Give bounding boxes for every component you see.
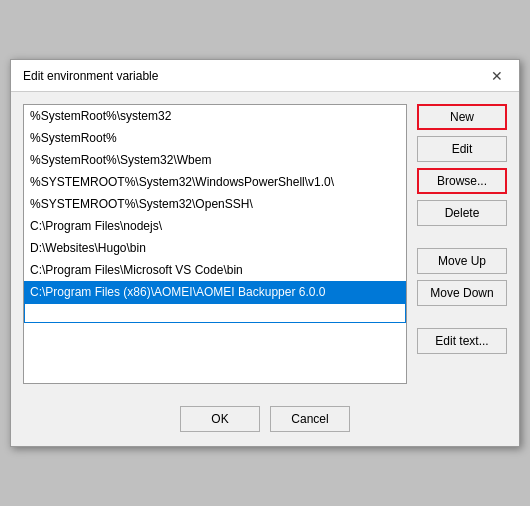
move-down-button[interactable]: Move Down (417, 280, 507, 306)
list-item[interactable]: C:\Program Files\nodejs\ (24, 215, 406, 237)
dialog-body: %SystemRoot%\system32%SystemRoot%%System… (11, 92, 519, 396)
spacer2 (417, 312, 507, 322)
edit-env-var-dialog: Edit environment variable ✕ %SystemRoot%… (10, 59, 520, 447)
cancel-button[interactable]: Cancel (270, 406, 350, 432)
list-item[interactable]: %SYSTEMROOT%\System32\WindowsPowerShell\… (24, 171, 406, 193)
title-bar: Edit environment variable ✕ (11, 60, 519, 92)
list-item[interactable] (24, 303, 406, 323)
list-item[interactable]: %SystemRoot% (24, 127, 406, 149)
ok-button[interactable]: OK (180, 406, 260, 432)
edit-text-button[interactable]: Edit text... (417, 328, 507, 354)
list-item[interactable]: %SYSTEMROOT%\System32\OpenSSH\ (24, 193, 406, 215)
list-item[interactable]: %SystemRoot%\system32 (24, 105, 406, 127)
close-button[interactable]: ✕ (487, 66, 507, 86)
dialog-footer: OK Cancel (11, 396, 519, 446)
move-up-button[interactable]: Move Up (417, 248, 507, 274)
spacer1 (417, 232, 507, 242)
path-list[interactable]: %SystemRoot%\system32%SystemRoot%%System… (23, 104, 407, 384)
list-item[interactable]: %SystemRoot%\System32\Wbem (24, 149, 406, 171)
list-container: %SystemRoot%\system32%SystemRoot%%System… (23, 104, 407, 384)
list-item[interactable]: D:\Websites\Hugo\bin (24, 237, 406, 259)
button-panel: New Edit Browse... Delete Move Up Move D… (417, 104, 507, 384)
list-item[interactable]: C:\Program Files (x86)\AOMEI\AOMEI Backu… (24, 281, 406, 303)
delete-button[interactable]: Delete (417, 200, 507, 226)
new-button[interactable]: New (417, 104, 507, 130)
dialog-title: Edit environment variable (23, 69, 158, 83)
list-item[interactable]: C:\Program Files\Microsoft VS Code\bin (24, 259, 406, 281)
edit-button[interactable]: Edit (417, 136, 507, 162)
browse-button[interactable]: Browse... (417, 168, 507, 194)
